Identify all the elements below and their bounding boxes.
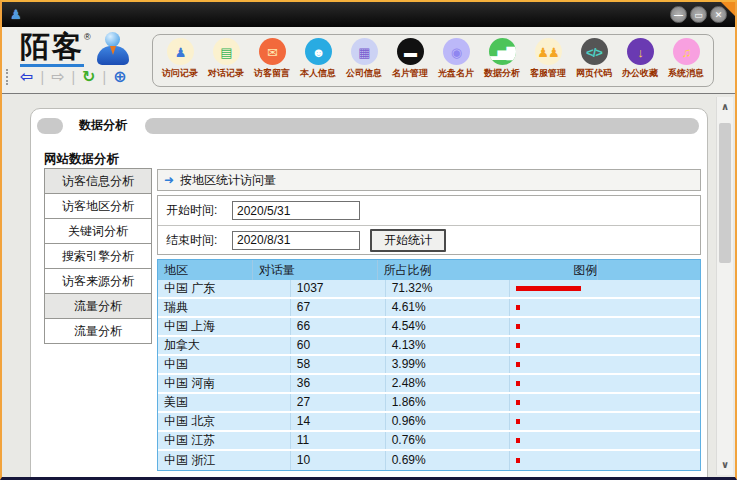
nav-separator: | bbox=[103, 69, 107, 85]
start-time-row: 开始时间: bbox=[158, 196, 700, 225]
sidebar-item[interactable]: 访客地区分析 bbox=[44, 193, 152, 219]
toolbar-button[interactable]: ◉ 光盘名片 bbox=[433, 38, 479, 80]
table-column-header[interactable]: 对话量 bbox=[253, 260, 378, 280]
toolbar-button-label: 本人信息 bbox=[295, 67, 341, 80]
sidebar-item[interactable]: 流量分析 bbox=[44, 293, 152, 319]
table-row[interactable]: 中国 河南 36 2.48% bbox=[158, 375, 700, 394]
toolbar-button[interactable]: ♟ 访问记录 bbox=[157, 38, 203, 80]
sidebar-item[interactable]: 搜索引擎分析 bbox=[44, 243, 152, 269]
disc-card-icon: ◉ bbox=[443, 38, 470, 65]
count-cell: 11 bbox=[291, 432, 386, 449]
count-cell: 60 bbox=[291, 337, 386, 354]
logo-text: 陌客 bbox=[20, 30, 84, 67]
region-cell: 加拿大 bbox=[158, 337, 291, 354]
content-header-title: 按地区统计访问量 bbox=[180, 172, 276, 189]
table-column-header[interactable]: 图例 bbox=[567, 260, 598, 280]
percent-cell: 1.86% bbox=[386, 394, 511, 411]
legend-cell bbox=[510, 413, 700, 430]
toolbar-button-label: 对话记录 bbox=[203, 67, 249, 80]
region-cell: 中国 江苏 bbox=[158, 432, 291, 449]
toolbar-area: 陌客 ® ♟ 访问记录 ▤ 对话记录 ✉ 访客留言 bbox=[2, 27, 735, 93]
percent-cell: 4.61% bbox=[386, 299, 511, 316]
minimize-button[interactable]: — bbox=[670, 6, 687, 23]
toolbar-button[interactable]: ☻ 本人信息 bbox=[295, 38, 341, 80]
legend-bar bbox=[516, 343, 520, 348]
toolbar-button[interactable]: ▬ 名片管理 bbox=[387, 38, 433, 80]
percent-cell: 0.69% bbox=[386, 451, 511, 470]
toolbar-button[interactable]: ▤ 对话记录 bbox=[203, 38, 249, 80]
data-analysis-icon: ▂▅▇ bbox=[489, 38, 516, 65]
sidebar-item[interactable]: 流量分析 bbox=[44, 318, 152, 344]
office-favorites-icon: ↓ bbox=[627, 38, 654, 65]
table-row[interactable]: 中国 广东 1037 71.32% bbox=[158, 280, 700, 299]
legend-bar bbox=[516, 458, 520, 463]
count-cell: 58 bbox=[291, 356, 386, 373]
tab-data-analysis[interactable]: 数据分析 bbox=[79, 117, 127, 134]
percent-cell: 0.96% bbox=[386, 413, 511, 430]
refresh-icon[interactable]: ↻ bbox=[77, 66, 100, 88]
toolbar-button[interactable]: </> 网页代码 bbox=[571, 38, 617, 80]
scroll-up-icon[interactable]: ∧ bbox=[717, 99, 733, 115]
table-row[interactable]: 瑞典 67 4.61% bbox=[158, 299, 700, 318]
region-cell: 中国 浙江 bbox=[158, 451, 291, 470]
maximize-button[interactable]: ▭ bbox=[690, 6, 707, 23]
tab-stub bbox=[37, 118, 63, 134]
sidebar-item[interactable]: 访客来源分析 bbox=[44, 268, 152, 294]
toolbar-button[interactable]: ▂▅▇ 数据分析 bbox=[479, 38, 525, 80]
table-row[interactable]: 中国 上海 66 4.54% bbox=[158, 318, 700, 337]
table-row[interactable]: 中国 江苏 11 0.76% bbox=[158, 432, 700, 451]
sidebar-item[interactable]: 访客信息分析 bbox=[44, 168, 152, 194]
toolbar-button[interactable]: ♫ 系统消息 bbox=[663, 38, 709, 80]
start-statistics-button[interactable]: 开始统计 bbox=[370, 229, 446, 252]
table-row[interactable]: 中国 58 3.99% bbox=[158, 356, 700, 375]
toolbar-button-label: 访客留言 bbox=[249, 67, 295, 80]
globe-icon[interactable]: ⊕ bbox=[108, 66, 131, 88]
region-cell: 中国 河南 bbox=[158, 375, 291, 392]
toolbar-button[interactable]: ▦ 公司信息 bbox=[341, 38, 387, 80]
region-cell: 中国 北京 bbox=[158, 413, 291, 430]
region-stats-table: 地区 对话量 所占比例 图例 中国 广东 103 bbox=[157, 259, 701, 471]
table-header-row: 地区 对话量 所占比例 图例 bbox=[158, 260, 700, 280]
end-time-input[interactable] bbox=[232, 231, 360, 250]
system-message-icon: ♫ bbox=[673, 38, 700, 65]
arrow-icon: ➜ bbox=[164, 173, 174, 187]
start-time-input[interactable] bbox=[232, 201, 360, 220]
legend-bar bbox=[516, 419, 520, 424]
legend-cell bbox=[510, 299, 700, 316]
table-column-header[interactable]: 地区 bbox=[158, 260, 253, 280]
toolbar-button-label: 客服管理 bbox=[525, 67, 571, 80]
toolbar-button[interactable]: ♟♟ 客服管理 bbox=[525, 38, 571, 80]
table-row[interactable]: 美国 27 1.86% bbox=[158, 394, 700, 413]
nav-separator: | bbox=[71, 69, 75, 85]
scrollbar-thumb[interactable] bbox=[719, 123, 731, 263]
registered-mark: ® bbox=[84, 32, 91, 42]
tab-strip-filler bbox=[145, 118, 699, 134]
back-icon[interactable]: ⇦ bbox=[15, 66, 38, 88]
corner-accent bbox=[721, 2, 735, 16]
card-management-icon: ▬ bbox=[397, 38, 424, 65]
legend-bar bbox=[516, 381, 520, 386]
table-row[interactable]: 中国 浙江 10 0.69% bbox=[158, 451, 700, 470]
toolbar-grip[interactable] bbox=[6, 69, 9, 85]
region-cell: 中国 广东 bbox=[158, 280, 291, 297]
region-cell: 中国 bbox=[158, 356, 291, 373]
scroll-down-icon[interactable]: ∨ bbox=[717, 457, 733, 473]
chat-records-icon: ▤ bbox=[213, 38, 240, 65]
vertical-scrollbar[interactable]: ∧ ∨ bbox=[716, 97, 733, 475]
sidebar-item[interactable]: 关键词分析 bbox=[44, 218, 152, 244]
tab-strip: 数据分析 bbox=[37, 117, 699, 134]
toolbar-button[interactable]: ✉ 访客留言 bbox=[249, 38, 295, 80]
forward-icon[interactable]: ⇨ bbox=[46, 66, 69, 88]
section-title: 网站数据分析 bbox=[44, 151, 119, 168]
table-row[interactable]: 中国 北京 14 0.96% bbox=[158, 413, 700, 432]
toolbar-button-label: 系统消息 bbox=[663, 67, 709, 80]
toolbar-button[interactable]: ↓ 办公收藏 bbox=[617, 38, 663, 80]
table-column-header[interactable]: 所占比例 bbox=[378, 260, 568, 280]
table-row[interactable]: 加拿大 60 4.13% bbox=[158, 337, 700, 356]
app-window: ♟ — ▭ ✕ 陌客 ® ♟ 访问记录 ▤ 对话记 bbox=[0, 0, 737, 480]
end-time-label: 结束时间: bbox=[166, 232, 232, 249]
count-cell: 27 bbox=[291, 394, 386, 411]
date-range-form: 开始时间: 结束时间: 开始统计 bbox=[157, 195, 701, 255]
visit-records-icon: ♟ bbox=[167, 38, 194, 65]
nav-separator: | bbox=[40, 69, 44, 85]
